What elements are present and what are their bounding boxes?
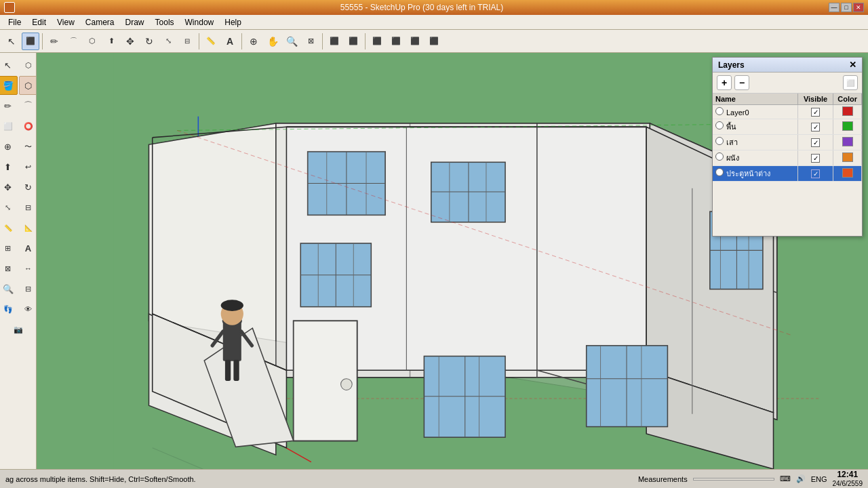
canvas-area[interactable]: Layers ✕ + − ⬜ Name Visible Color Laye bbox=[37, 53, 868, 469]
tool-extension[interactable]: ⬛ bbox=[406, 33, 424, 50]
tool-component-options[interactable]: ⬛ bbox=[368, 33, 386, 50]
lt-orbit-2[interactable]: ⊕ bbox=[0, 137, 18, 156]
tool-tape[interactable]: 📏 bbox=[202, 33, 220, 50]
tool-rotate[interactable]: ↻ bbox=[140, 33, 158, 50]
tool-make-component[interactable]: ⬛ bbox=[22, 33, 39, 50]
layer-radio-1[interactable] bbox=[715, 121, 724, 129]
close-button[interactable]: ✕ bbox=[853, 3, 864, 12]
lt-arc[interactable]: ⌒ bbox=[19, 96, 37, 115]
layers-panel-header[interactable]: Layers ✕ bbox=[713, 58, 862, 73]
layers-export-button[interactable]: ⬜ bbox=[843, 75, 858, 90]
lt-axes[interactable]: ⊞ bbox=[0, 239, 18, 258]
tool-warehouse[interactable]: ⬛ bbox=[387, 33, 405, 50]
lt-rotate-2[interactable]: ↻ bbox=[19, 178, 37, 197]
layers-add-button[interactable]: + bbox=[717, 75, 732, 90]
lt-paint[interactable]: 🪣 bbox=[0, 76, 18, 95]
tool-scale[interactable]: ⤡ bbox=[159, 33, 177, 50]
layer-radio-0[interactable] bbox=[715, 107, 724, 115]
lt-walk[interactable]: 👣 bbox=[0, 300, 18, 319]
layer-radio-2[interactable] bbox=[715, 137, 724, 145]
menu-window[interactable]: Window bbox=[180, 16, 220, 28]
lt-position-cam[interactable]: 📷 bbox=[9, 320, 28, 339]
tool-shape[interactable]: ⬡ bbox=[83, 33, 101, 50]
layers-remove-button[interactable]: − bbox=[734, 75, 749, 90]
lt-follow[interactable]: ↩ bbox=[19, 157, 37, 176]
tool-section-cut[interactable]: ⬛ bbox=[326, 33, 343, 50]
lt-dims[interactable]: ↔ bbox=[19, 259, 37, 278]
menu-draw[interactable]: Draw bbox=[120, 16, 150, 28]
lt-section[interactable]: ⊠ bbox=[0, 259, 18, 278]
title-bar: 55555 - SketchUp Pro (30 days left in TR… bbox=[0, 0, 868, 15]
tool-report[interactable]: ⬛ bbox=[425, 33, 443, 50]
tool-arc[interactable]: ⌒ bbox=[64, 33, 82, 50]
lt-move[interactable]: ✥ bbox=[0, 178, 18, 197]
lt-text-2[interactable]: A bbox=[19, 239, 37, 258]
status-date: 24/6/2559 bbox=[833, 480, 863, 487]
lt-rect[interactable]: ⬜ bbox=[0, 117, 18, 136]
lt-circle[interactable]: ⭕ bbox=[19, 117, 37, 136]
lt-offset-2[interactable]: ⊟ bbox=[19, 198, 37, 217]
tool-pan[interactable]: ✋ bbox=[264, 33, 281, 50]
lt-look-around[interactable]: 👁 bbox=[19, 300, 37, 319]
menu-help[interactable]: Help bbox=[219, 16, 247, 28]
layer-color-swatch-3[interactable] bbox=[842, 152, 853, 162]
menu-view[interactable]: View bbox=[52, 16, 80, 28]
tool-zoom-extents[interactable]: ⊠ bbox=[302, 33, 319, 50]
layer-radio-4[interactable] bbox=[715, 168, 724, 176]
lt-eraser[interactable]: ⬡ bbox=[19, 76, 37, 95]
layers-close-button[interactable]: ✕ bbox=[849, 60, 856, 70]
tool-orbit[interactable]: ⊕ bbox=[245, 33, 262, 50]
menu-camera[interactable]: Camera bbox=[80, 16, 120, 28]
lt-component-select[interactable]: ⬡ bbox=[19, 56, 37, 75]
layer-visible-checkbox-0[interactable]: ✓ bbox=[811, 108, 820, 117]
tool-section-display[interactable]: ⬛ bbox=[344, 33, 362, 50]
lt-select[interactable]: ↖ bbox=[0, 56, 18, 75]
tool-select[interactable]: ↖ bbox=[3, 33, 20, 50]
layer-visible-cell-3: ✓ bbox=[797, 150, 833, 166]
tool-pushpull[interactable]: ⬆ bbox=[102, 33, 120, 50]
measurements-label: Measurements bbox=[638, 475, 688, 483]
layer-visible-checkbox-2[interactable]: ✓ bbox=[811, 138, 820, 147]
col-name: Name bbox=[713, 94, 797, 105]
lt-protractor[interactable]: 📐 bbox=[19, 218, 37, 237]
layer-name-text-2: เสา bbox=[726, 138, 738, 146]
layer-row-1[interactable]: พื้น✓ bbox=[713, 119, 862, 135]
layer-row-0[interactable]: Layer0✓ bbox=[713, 105, 862, 119]
lt-pushpull[interactable]: ⬆ bbox=[0, 157, 18, 176]
left-toolbar: ↖ ⬡ 🪣 ⬡ ✏ ⌒ ⬜ ⭕ ⊕ 〜 ⬆ ↩ ✥ ↻ ⤡ ⊟ bbox=[0, 53, 37, 469]
toolbar-sep-3 bbox=[241, 33, 242, 49]
layer-color-swatch-1[interactable] bbox=[842, 121, 853, 131]
lt-pencil[interactable]: ✏ bbox=[0, 96, 18, 115]
tool-move[interactable]: ✥ bbox=[121, 33, 139, 50]
layer-name-text-1: พื้น bbox=[726, 123, 736, 131]
toolbar-sep-5 bbox=[365, 33, 366, 49]
layer-row-2[interactable]: เสา✓ bbox=[713, 135, 862, 150]
tool-offset[interactable]: ⊟ bbox=[178, 33, 196, 50]
layer-radio-3[interactable] bbox=[715, 152, 724, 161]
measurements-input[interactable] bbox=[693, 478, 774, 481]
menu-tools[interactable]: Tools bbox=[150, 16, 180, 28]
layer-color-swatch-2[interactable] bbox=[842, 137, 853, 146]
layer-visible-checkbox-3[interactable]: ✓ bbox=[811, 154, 820, 163]
layer-visible-checkbox-4[interactable]: ✓ bbox=[811, 169, 820, 178]
tool-pencil[interactable]: ✏ bbox=[45, 33, 63, 50]
minimize-button[interactable]: — bbox=[829, 3, 840, 12]
layer-color-swatch-4[interactable] bbox=[842, 168, 853, 178]
menu-edit[interactable]: Edit bbox=[26, 16, 52, 28]
lt-scale-2[interactable]: ⤡ bbox=[0, 198, 18, 217]
layer-visible-checkbox-1[interactable]: ✓ bbox=[811, 123, 820, 131]
layer-color-cell-4 bbox=[833, 166, 862, 182]
lt-tape-2[interactable]: 📏 bbox=[0, 218, 18, 237]
svg-point-67 bbox=[221, 300, 243, 311]
lt-freehand[interactable]: 〜 bbox=[19, 137, 37, 156]
maximize-button[interactable]: □ bbox=[841, 3, 852, 12]
tool-text[interactable]: A bbox=[221, 33, 239, 50]
tool-zoom[interactable]: 🔍 bbox=[283, 33, 300, 50]
layer-color-swatch-0[interactable] bbox=[842, 106, 853, 116]
lt-zoom-3[interactable]: 🔍 bbox=[0, 279, 18, 298]
layer-row-4[interactable]: ประตูหน้าต่าง✓ bbox=[713, 166, 862, 182]
lt-zoom-win[interactable]: ⊟ bbox=[19, 279, 37, 298]
status-speaker-icon: 🔊 bbox=[796, 474, 806, 483]
layer-row-3[interactable]: ผนัง✓ bbox=[713, 150, 862, 166]
menu-file[interactable]: File bbox=[3, 16, 26, 28]
